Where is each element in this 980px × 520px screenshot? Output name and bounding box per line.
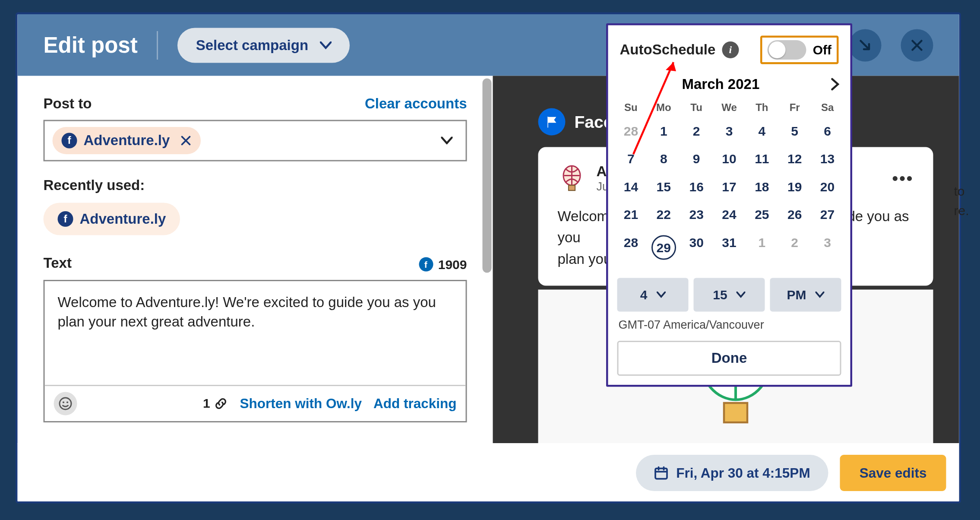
info-icon[interactable]: i: [722, 41, 739, 58]
calendar-day[interactable]: 15: [647, 173, 680, 201]
remove-account-button[interactable]: [180, 135, 192, 146]
calendar-day[interactable]: 27: [811, 201, 844, 229]
account-chip-label: Adventure.ly: [84, 132, 170, 149]
calendar-day[interactable]: 9: [680, 145, 713, 173]
chevron-down-icon: [737, 292, 746, 298]
add-tracking-link[interactable]: Add tracking: [373, 396, 457, 411]
calendar-dow: Fr: [778, 98, 811, 117]
calendar-day[interactable]: 2: [680, 117, 713, 146]
calendar-day[interactable]: 12: [778, 145, 811, 173]
emoji-button[interactable]: [54, 392, 77, 415]
calendar-dow: Sa: [811, 98, 844, 117]
modal-footer: Fri, Apr 30 at 4:15PM Save edits: [18, 443, 959, 501]
hour-select[interactable]: 4: [617, 278, 689, 312]
calendar-day[interactable]: 8: [647, 145, 680, 173]
close-button[interactable]: [901, 29, 933, 61]
account-chip: f Adventure.ly: [53, 127, 201, 154]
chevron-right-icon: [831, 78, 840, 91]
divider: [157, 31, 158, 59]
select-campaign-button[interactable]: Select campaign: [178, 28, 350, 63]
obscured-text: to re.: [954, 181, 974, 220]
minimize-button[interactable]: [849, 29, 882, 61]
minute-select[interactable]: 15: [694, 278, 765, 312]
calendar-day[interactable]: 30: [680, 229, 713, 266]
svg-point-0: [60, 397, 71, 409]
emoji-icon: [58, 396, 73, 410]
calendar-day[interactable]: 13: [811, 145, 844, 173]
chevron-down-icon: [320, 41, 332, 49]
calendar-day[interactable]: 6: [811, 117, 844, 146]
arrow-down-right-icon: [858, 38, 873, 52]
timezone-label: GMT-07 America/Vancouver: [608, 316, 850, 341]
link-icon: [214, 396, 228, 410]
calendar-dow: Th: [746, 98, 778, 117]
account-dropdown-toggle[interactable]: [441, 137, 453, 145]
recent-account-chip[interactable]: f Adventure.ly: [44, 203, 180, 235]
chevron-down-icon: [816, 292, 825, 298]
calendar-header: March 2021: [608, 72, 850, 98]
next-month-button[interactable]: [831, 78, 840, 91]
calendar-day[interactable]: 10: [713, 145, 746, 173]
calendar-day[interactable]: 16: [680, 173, 713, 201]
calendar-day[interactable]: 7: [615, 145, 648, 173]
close-icon: [180, 135, 192, 146]
facebook-icon: f: [419, 257, 433, 272]
schedule-time-label: Fri, Apr 30 at 4:15PM: [676, 465, 810, 480]
calendar-dow: Su: [615, 98, 648, 117]
done-button[interactable]: Done: [617, 341, 841, 376]
autoschedule-state: Off: [813, 42, 831, 57]
avatar: [558, 164, 586, 193]
shorten-link[interactable]: Shorten with Ow.ly: [240, 396, 362, 411]
svg-point-2: [66, 401, 68, 403]
link-count: 1: [203, 396, 228, 411]
calendar-day[interactable]: 23: [680, 201, 713, 229]
calendar-day: 3: [811, 229, 844, 266]
calendar-day[interactable]: 19: [778, 173, 811, 201]
recently-used-label: Recently used:: [44, 177, 467, 194]
chevron-down-icon: [656, 292, 665, 298]
calendar-day[interactable]: 20: [811, 173, 844, 201]
text-label: Text: [44, 255, 72, 272]
network-badge: [538, 108, 566, 136]
preview-more-button[interactable]: •••: [892, 168, 914, 189]
post-to-label: Post to: [44, 95, 92, 112]
scrollbar[interactable]: [483, 79, 492, 273]
autoschedule-toggle-highlight: Off: [760, 36, 838, 64]
autoschedule-label: AutoSchedule: [620, 41, 716, 58]
post-text-input[interactable]: Welcome to Adventure.ly! We're excited t…: [45, 281, 466, 384]
chevron-down-icon: [441, 137, 453, 145]
svg-rect-6: [724, 403, 747, 422]
calendar-day[interactable]: 5: [778, 117, 811, 146]
calendar-day[interactable]: 26: [778, 201, 811, 229]
calendar-day: 2: [778, 229, 811, 266]
calendar-day[interactable]: 28: [615, 229, 648, 266]
calendar-day[interactable]: 25: [746, 201, 778, 229]
calendar-day[interactable]: 18: [746, 173, 778, 201]
calendar-day[interactable]: 4: [746, 117, 778, 146]
compose-pane: Post to Clear accounts f Adventure.ly: [18, 76, 493, 444]
text-toolbar: 1 Shorten with Ow.ly Add tracking: [45, 384, 466, 421]
calendar-day[interactable]: 17: [713, 173, 746, 201]
svg-point-1: [63, 401, 64, 403]
calendar-day: 1: [746, 229, 778, 266]
clear-accounts-link[interactable]: Clear accounts: [365, 95, 467, 112]
calendar-day[interactable]: 11: [746, 145, 778, 173]
schedule-time-button[interactable]: Fri, Apr 30 at 4:15PM: [636, 454, 828, 491]
calendar-day[interactable]: 31: [713, 229, 746, 266]
calendar-day[interactable]: 3: [713, 117, 746, 146]
autoschedule-toggle[interactable]: [768, 40, 806, 60]
calendar-day[interactable]: 22: [647, 201, 680, 229]
recent-account-label: Adventure.ly: [80, 211, 166, 228]
calendar-icon: [654, 466, 668, 480]
calendar-day[interactable]: 21: [615, 201, 648, 229]
calendar-day[interactable]: 29: [647, 229, 680, 266]
calendar-day[interactable]: 1: [647, 117, 680, 146]
calendar-day[interactable]: 24: [713, 201, 746, 229]
facebook-icon: f: [62, 133, 77, 149]
facebook-icon: f: [58, 211, 73, 227]
time-selectors: 4 15 PM: [608, 272, 850, 316]
account-selector[interactable]: f Adventure.ly: [44, 120, 467, 162]
save-edits-button[interactable]: Save edits: [840, 454, 946, 491]
ampm-select[interactable]: PM: [770, 278, 841, 312]
calendar-day[interactable]: 14: [615, 173, 648, 201]
